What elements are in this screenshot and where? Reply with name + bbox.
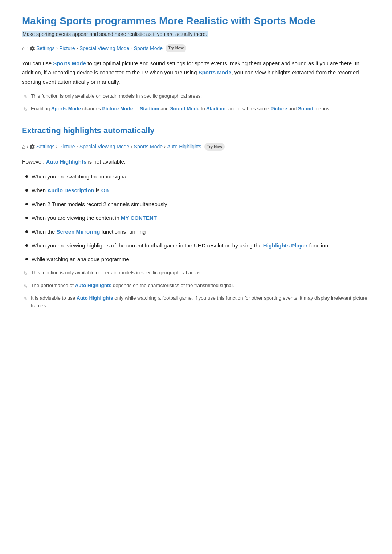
note-text-5: It is advisable to use Auto Highlights o… (31, 294, 370, 310)
auto-highlights-note-2[interactable]: Auto Highlights (77, 295, 113, 301)
body-paragraph-2: However, Auto Highlights is not availabl… (22, 157, 370, 167)
pencil-icon-2: ✎ (23, 105, 28, 114)
settings-link-2[interactable]: Settings (30, 143, 55, 151)
bullet-item-1: When Audio Description is On (25, 186, 370, 195)
sports-mode-inline-1[interactable]: Sports Mode (53, 60, 86, 66)
sports-mode-link[interactable]: Sports Mode (134, 44, 163, 52)
sep2-2: › (56, 143, 58, 151)
sep-2: › (56, 45, 58, 52)
bullet-text-6: While watching an analogue programme (32, 255, 129, 264)
notes-list-2: ✎ This function is only available on cer… (22, 269, 370, 310)
sep-1: › (27, 45, 28, 52)
auto-highlights-inline[interactable]: Auto Highlights (46, 159, 87, 165)
stadium-note-1[interactable]: Stadium (140, 106, 159, 111)
bullet-dot-3 (25, 217, 28, 219)
note-item-5: ✎ It is advisable to use Auto Highlights… (22, 294, 370, 310)
note-text-2: Enabling Sports Mode changes Picture Mod… (31, 105, 331, 113)
breadcrumb-2: ⌂ › Settings › Picture › Special Viewing… (22, 142, 370, 152)
subtitle-text: Make sporting events appear and sound mo… (22, 31, 208, 37)
home-icon[interactable]: ⌂ (22, 44, 25, 53)
on-link[interactable]: On (101, 187, 109, 193)
pencil-icon-3: ✎ (23, 269, 28, 278)
bullet-dot-1 (25, 189, 28, 192)
bullet-item-6: While watching an analogue programme (25, 255, 370, 264)
pencil-icon-4: ✎ (23, 282, 28, 291)
bullet-dot-0 (25, 175, 28, 178)
bullet-item-0: When you are switching the input signal (25, 172, 370, 181)
notes-list-1: ✎ This function is only available on cer… (22, 92, 370, 114)
sports-mode-inline-2[interactable]: Sports Mode (199, 69, 232, 75)
bullet-dot-4 (25, 230, 28, 233)
sound-mode-note[interactable]: Sound Mode (170, 106, 199, 111)
highlights-player-link[interactable]: Highlights Player (263, 242, 308, 249)
note-item-3: ✎ This function is only available on cer… (22, 269, 370, 278)
note-item-2: ✎ Enabling Sports Mode changes Picture M… (22, 105, 370, 114)
bullet-text-3: When you are viewing the content in MY C… (32, 214, 157, 222)
bullet-item-4: When the Screen Mirroring function is ru… (25, 227, 370, 236)
sep2-5: › (164, 143, 166, 151)
bullet-item-3: When you are viewing the content in MY C… (25, 214, 370, 222)
stadium-note-2[interactable]: Stadium (206, 106, 225, 111)
sports-mode-link-2[interactable]: Sports Mode (134, 143, 163, 151)
picture-link-2[interactable]: Picture (59, 143, 75, 151)
home-icon-2[interactable]: ⌂ (22, 142, 25, 152)
sep-3: › (77, 45, 78, 52)
bullet-text-5: When you are viewing highlights of the c… (32, 241, 328, 250)
note-text-1: This function is only available on certa… (31, 92, 202, 100)
body-paragraph-1: You can use Sports Mode to get optimal p… (22, 59, 370, 87)
picture-link[interactable]: Picture (59, 44, 75, 52)
bullet-dot-2 (25, 203, 28, 205)
sep-4: › (131, 45, 132, 52)
audio-description-link[interactable]: Audio Description (47, 187, 94, 193)
settings-link[interactable]: Settings (30, 44, 55, 52)
sound-note[interactable]: Sound (298, 106, 313, 111)
bullet-text-0: When you are switching the input signal (32, 172, 127, 181)
note-text-3: This function is only available on certa… (31, 269, 202, 277)
page-title: Making Sports programmes More Realistic … (22, 15, 370, 28)
picture-mode-note[interactable]: Picture Mode (102, 106, 133, 111)
bullet-item-5: When you are viewing highlights of the c… (25, 241, 370, 250)
pencil-icon-5: ✎ (23, 295, 28, 303)
bullet-text-1: When Audio Description is On (32, 186, 109, 195)
auto-highlights-note-1[interactable]: Auto Highlights (75, 283, 111, 288)
my-content-link[interactable]: MY CONTENT (121, 215, 157, 221)
page-subtitle: Make sporting events appear and sound mo… (22, 30, 370, 38)
note-text-4: The performance of Auto Highlights depen… (31, 282, 234, 290)
section-2-title: Extracting highlights automatically (22, 124, 370, 137)
bullet-list: When you are switching the input signal … (22, 172, 370, 264)
screen-mirroring-link[interactable]: Screen Mirroring (56, 229, 100, 235)
special-viewing-link[interactable]: Special Viewing Mode (79, 44, 130, 52)
note-item-4: ✎ The performance of Auto Highlights dep… (22, 282, 370, 291)
bullet-item-2: When 2 Tuner models record 2 channels si… (25, 200, 370, 209)
gear-icon-2 (30, 144, 35, 149)
gear-icon (30, 46, 35, 51)
try-now-badge-2[interactable]: Try Now (204, 143, 225, 151)
sep2-1: › (27, 143, 28, 151)
settings-label-2: Settings (36, 143, 55, 151)
note-item-1: ✎ This function is only available on cer… (22, 92, 370, 101)
bullet-dot-6 (25, 258, 28, 260)
settings-label: Settings (36, 44, 55, 52)
breadcrumb-1: ⌂ › Settings › Picture › Special Viewing… (22, 44, 370, 53)
bullet-text-4: When the Screen Mirroring function is ru… (32, 227, 146, 236)
special-viewing-link-2[interactable]: Special Viewing Mode (79, 143, 130, 151)
sep2-4: › (131, 143, 132, 151)
try-now-badge-1[interactable]: Try Now (166, 44, 186, 52)
sports-mode-note[interactable]: Sports Mode (51, 106, 81, 111)
bullet-text-2: When 2 Tuner models record 2 channels si… (32, 200, 167, 209)
picture-note[interactable]: Picture (270, 106, 287, 111)
bullet-dot-5 (25, 244, 28, 247)
pencil-icon-1: ✎ (23, 93, 28, 101)
auto-highlights-link[interactable]: Auto Highlights (167, 143, 201, 151)
sep2-3: › (77, 143, 78, 151)
